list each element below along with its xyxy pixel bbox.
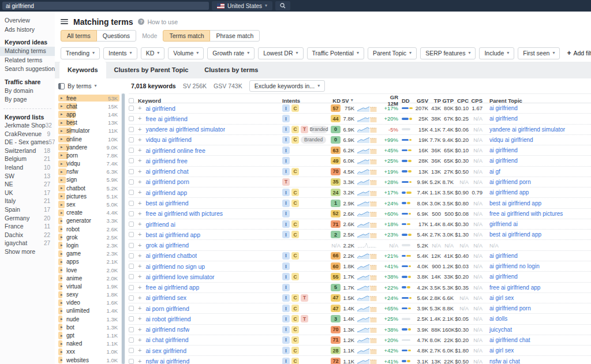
sidebar-item-show-more[interactable]: Show more — [0, 247, 55, 257]
add-to-list-icon[interactable]: + — [138, 126, 141, 133]
parent-topic-link[interactable]: ai girlfriend — [489, 253, 518, 259]
term-expand-icon[interactable]: ▸ — [61, 153, 64, 157]
filter-growth-rate[interactable]: Growth rate▾ — [207, 47, 255, 59]
keyword-link[interactable]: best ai girlfriend — [145, 200, 188, 207]
sidebar-item-related-terms[interactable]: Related terms — [0, 56, 55, 65]
keyword-checkbox[interactable] — [129, 127, 134, 132]
by-terms-dropdown[interactable]: By terms ▾ — [58, 82, 123, 89]
keyword-link[interactable]: ai girlfriend porn — [145, 178, 189, 185]
tab-clusters-by-parent-topic[interactable]: Clusters by Parent Topic — [106, 62, 197, 78]
filter-intents[interactable]: Intents▾ — [103, 47, 137, 59]
tab-clusters-by-terms[interactable]: Clusters by terms — [196, 62, 266, 78]
keyword-checkbox[interactable] — [129, 222, 134, 227]
keyword-checkbox[interactable] — [129, 285, 134, 290]
term-filter-bot[interactable]: ▸bot1.3K — [58, 323, 121, 331]
filter-lowest-dr[interactable]: Lowest DR▾ — [258, 47, 303, 59]
col-header-gsv[interactable]: GSV — [414, 97, 429, 104]
keyword-checkbox[interactable] — [129, 348, 134, 353]
term-expand-icon[interactable]: ▸ — [61, 219, 64, 223]
tab-keywords[interactable]: Keywords — [59, 62, 106, 78]
keyword-checkbox[interactable] — [129, 264, 134, 269]
keyword-link[interactable]: ai girlfriend chat — [145, 168, 188, 175]
keyword-checkbox[interactable] — [129, 316, 134, 321]
term-expand-icon[interactable]: ▸ — [61, 358, 64, 362]
sidebar-item-igaychat[interactable]: igaychat27 — [0, 239, 55, 248]
add-to-list-icon[interactable]: + — [138, 327, 141, 333]
sidebar-item-dachix[interactable]: Dachix22 — [0, 231, 55, 239]
term-expand-icon[interactable]: ▸ — [61, 325, 64, 329]
keyword-link[interactable]: ai girlfriend no sign up — [145, 263, 205, 270]
parent-topic-link[interactable]: nsfw ai chat — [489, 358, 520, 364]
term-expand-icon[interactable]: ▸ — [61, 194, 64, 198]
term-expand-icon[interactable]: ▸ — [61, 342, 64, 346]
keyword-link[interactable]: vidqu ai girlfriend — [145, 136, 191, 143]
term-expand-icon[interactable]: ▸ — [61, 170, 64, 174]
how-to-use-link[interactable]: ? How to use — [138, 18, 178, 25]
keyword-checkbox[interactable] — [129, 211, 134, 216]
term-filter-naked[interactable]: ▸naked1.1K — [58, 340, 121, 348]
parent-topic-link[interactable]: best ai girlfriend app — [489, 231, 541, 238]
keyword-checkbox[interactable] — [129, 337, 134, 343]
parent-topic-link[interactable]: ai girlfriend app — [489, 189, 529, 196]
term-expand-icon[interactable]: ▸ — [61, 301, 64, 305]
col-header-gtp[interactable]: GTP — [442, 97, 455, 104]
keyword-link[interactable]: ai sex girlfriend — [145, 347, 186, 354]
terms-scrollbar-thumb[interactable] — [122, 93, 125, 364]
keyword-link[interactable]: grok ai girlfriend — [145, 242, 189, 249]
parent-topic-link[interactable]: ai girlfriend — [489, 147, 518, 153]
term-filter-sexy[interactable]: ▸sexy1.8K — [58, 291, 121, 299]
term-filter-love[interactable]: ▸love2.0K — [58, 266, 121, 274]
keyword-link[interactable]: free ai girlfriend app — [145, 284, 199, 291]
keyword-checkbox[interactable] — [129, 327, 134, 332]
col-header-cps[interactable]: CPS — [470, 97, 484, 104]
keyword-link[interactable]: ai robot girlfriend — [145, 316, 190, 322]
keyword-checkbox[interactable] — [129, 295, 134, 301]
col-header-intents[interactable]: Intents — [282, 97, 328, 104]
term-filter-websites[interactable]: ▸websites1.0K — [58, 356, 121, 364]
sidebar-item-sw[interactable]: SW13 — [0, 172, 55, 181]
keyword-link[interactable]: ai girlfriend sex — [145, 294, 186, 301]
parent-topic-link[interactable]: ai girl sex — [489, 347, 514, 354]
keyword-link[interactable]: best ai girlfriend app — [145, 231, 200, 238]
keyword-link[interactable]: ai girlfriend online free — [145, 147, 205, 154]
add-to-list-icon[interactable]: + — [138, 253, 141, 259]
parent-topic-link[interactable]: best ai girlfriend app — [489, 200, 541, 207]
keyword-link[interactable]: girlfriend ai — [145, 221, 175, 228]
term-filter-pictures[interactable]: ▸pictures5.1K — [58, 192, 121, 200]
select-all-checkbox[interactable] — [129, 98, 134, 103]
parent-topic-link[interactable]: girlfriend ai — [489, 221, 518, 227]
term-filter-video[interactable]: ▸video1.6K — [58, 299, 121, 307]
filter-include[interactable]: Include▾ — [479, 47, 514, 59]
keyword-checkbox[interactable] — [129, 158, 134, 163]
term-expand-icon[interactable]: ▸ — [61, 137, 64, 141]
keyword-checkbox[interactable] — [129, 106, 134, 111]
keyword-checkbox[interactable] — [129, 116, 134, 121]
filter-volume[interactable]: Volume▾ — [168, 47, 204, 59]
filter-parent-topic[interactable]: Parent Topic▾ — [368, 47, 417, 59]
col-header-sv[interactable]: SV▾ — [342, 97, 379, 104]
keyword-link[interactable]: ai porn girlfriend — [145, 305, 189, 312]
term-filter-chat[interactable]: ▸chat15K — [58, 102, 121, 110]
add-to-list-icon[interactable]: + — [138, 305, 141, 312]
term-expand-icon[interactable]: ▸ — [61, 243, 64, 247]
term-filter-nude[interactable]: ▸nude1.3K — [58, 315, 121, 323]
term-filter-nsfw[interactable]: ▸nsfw6.3K — [58, 168, 121, 176]
keyword-link[interactable]: ai girlfriend — [145, 105, 175, 112]
add-to-list-icon[interactable]: + — [138, 147, 141, 153]
sidebar-item-belgium[interactable]: Belgium21 — [0, 155, 55, 164]
term-expand-icon[interactable]: ▸ — [61, 202, 64, 207]
term-expand-icon[interactable]: ▸ — [61, 284, 64, 288]
add-to-list-icon[interactable]: + — [138, 189, 141, 196]
term-filter-xxx[interactable]: ▸xxx1.0K — [58, 348, 121, 356]
terms-scrollbar[interactable] — [121, 93, 125, 364]
keyword-checkbox[interactable] — [129, 274, 134, 279]
parent-topic-link[interactable]: free ai girlfriend with pictures — [489, 211, 563, 217]
add-to-list-icon[interactable]: + — [138, 105, 141, 111]
add-to-list-icon[interactable]: + — [138, 337, 141, 343]
add-to-list-icon[interactable]: + — [138, 273, 141, 280]
parent-topic-link[interactable]: ai girlfriend — [489, 105, 518, 111]
keyword-link[interactable]: ai girlfriend free — [145, 157, 187, 164]
term-filter-chatbot[interactable]: ▸chatbot5.2K — [58, 184, 121, 192]
term-filter-porn[interactable]: ▸porn7.8K — [58, 151, 121, 159]
add-to-list-icon[interactable]: + — [138, 358, 141, 364]
